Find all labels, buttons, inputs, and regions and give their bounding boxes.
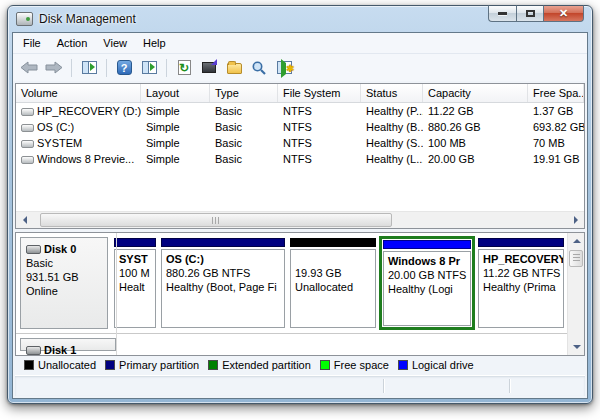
minimize-icon [498,12,507,15]
legend-unallocated: Unallocated [24,359,96,371]
volume-status: Healthy (P... [361,105,423,117]
volume-row-hp-recovery[interactable]: HP_RECOVERY (D:) Simple Basic NTFS Healt… [16,103,584,119]
scroll-right-icon [574,216,578,224]
volume-file-system: NTFS [278,153,361,165]
partition-windows-8-selected[interactable]: Windows 8 Pr 20.00 GB NTFS Healthy (Logi [380,237,474,329]
view-button[interactable] [248,57,270,79]
disk-icon [26,346,41,355]
partition-size: 20.00 GB NTFS [388,268,466,282]
volume-name: SYSTEM [37,137,82,149]
legend-extended-partition: Extended partition [208,359,311,371]
column-header-layout[interactable]: Layout [141,84,210,102]
scrollbar-grip [573,254,580,263]
partition-status: Healthy (Boot, Page Fi [166,280,280,294]
column-header-free-space[interactable]: Free Spa.. [528,84,584,102]
volume-capacity: 20.00 GB [423,153,528,165]
properties-button[interactable] [198,57,220,79]
disk-type: Basic [26,256,102,270]
minimize-button[interactable] [488,5,516,22]
column-header-capacity[interactable]: Capacity [423,84,528,102]
partition-unallocated[interactable]: 19.93 GB Unallocated [289,237,377,329]
volume-name: HP_RECOVERY (D:) [37,105,141,117]
label-column-divider [116,233,117,355]
magnifier-icon [251,60,267,76]
refresh-button[interactable]: ↻ [173,57,195,79]
scroll-down-icon [573,345,581,349]
volume-status: Healthy (L... [361,153,423,165]
action-pane-icon [142,61,157,74]
show-action-pane-button[interactable] [138,57,160,79]
volume-icon [21,124,34,132]
back-icon [20,61,38,74]
status-bar-separator [383,379,384,393]
close-button[interactable]: ✕ [543,5,584,22]
volume-icon [21,140,34,148]
legend-label: Primary partition [119,359,199,371]
partition-size: 19.93 GB [295,266,371,280]
volume-free-space: 693.82 GB [528,121,584,133]
partition-color-band [383,240,471,249]
horizontal-scrollbar-thumb[interactable] [40,213,392,227]
column-header-status[interactable]: Status [361,84,423,102]
maximize-button[interactable] [516,5,543,22]
unallocated-swatch [24,360,34,370]
menu-file[interactable]: File [15,34,49,52]
disk-icon [26,245,41,254]
back-button[interactable] [18,57,40,79]
refresh-icon: ↻ [178,60,191,75]
scroll-right-button[interactable] [567,212,584,228]
forward-button[interactable] [43,57,65,79]
disk-1-label[interactable]: Disk 1 [20,338,116,351]
show-console-tree-button[interactable] [78,57,100,79]
volume-name: OS (C:) [37,121,74,133]
settings-button[interactable] [273,57,295,79]
menu-help[interactable]: Help [135,34,174,52]
horizontal-scrollbar[interactable] [16,211,584,228]
caption-buttons: ✕ [488,5,584,22]
partition-status: Healthy (Prima [483,280,559,294]
scroll-up-button[interactable] [568,233,585,249]
column-header-file-system[interactable]: File System [278,84,361,102]
partition-color-band [161,238,285,247]
open-button[interactable] [223,57,245,79]
panes: Volume Layout Type File System Status Ca… [13,81,587,398]
title-bar[interactable]: Disk Management ✕ [12,6,588,32]
partition-system[interactable]: SYST 100 M Healt [113,237,157,329]
disk-name: Disk 0 [44,243,76,255]
column-header-type[interactable]: Type [210,84,278,102]
status-bar-separator [509,379,510,393]
volume-status: Healthy (B... [361,121,423,133]
scroll-up-icon [573,239,581,243]
volume-layout: Simple [141,153,210,165]
window-title: Disk Management [39,12,136,26]
volume-type: Basic [210,121,278,133]
volume-row-windows-8-preview[interactable]: Windows 8 Previe... Simple Basic NTFS He… [16,151,584,167]
partition-name: OS (C:) [166,252,280,266]
volume-icon [21,108,34,116]
volume-row-system[interactable]: SYSTEM Simple Basic NTFS Healthy (S... 1… [16,135,584,151]
disk-0-label[interactable]: Disk 0 Basic 931.51 GB Online [20,237,108,329]
extended-partition-swatch [208,360,218,370]
help-button[interactable]: ? [113,57,135,79]
partition-color-band [114,238,156,247]
disk-0-row: Disk 0 Basic 931.51 GB Online SYST 100 M [16,233,567,333]
help-icon: ? [117,60,132,75]
scroll-left-button[interactable] [16,212,33,228]
scroll-down-button[interactable] [568,339,585,355]
vertical-scrollbar[interactable] [567,233,584,355]
menu-view[interactable]: View [95,34,135,52]
column-header-volume[interactable]: Volume [16,84,141,102]
legend-logical-drive: Logical drive [398,359,474,371]
vertical-scrollbar-thumb[interactable] [569,250,583,267]
legend-label: Unallocated [38,359,96,371]
volume-list-empty-area [16,167,584,211]
menu-action[interactable]: Action [49,34,96,52]
partition-size: 100 M [119,266,151,280]
volume-list-header: Volume Layout Type File System Status Ca… [16,84,584,103]
disk-name: Disk 1 [44,344,76,355]
partition-os-c[interactable]: OS (C:) 880.26 GB NTFS Healthy (Boot, Pa… [160,237,286,329]
partition-hp-recovery[interactable]: HP_RECOVERY 11.22 GB NTFS Healthy (Prima [477,237,565,329]
maximize-icon [526,10,535,17]
volume-row-os-c[interactable]: OS (C:) Simple Basic NTFS Healthy (B... … [16,119,584,135]
volume-type: Basic [210,137,278,149]
